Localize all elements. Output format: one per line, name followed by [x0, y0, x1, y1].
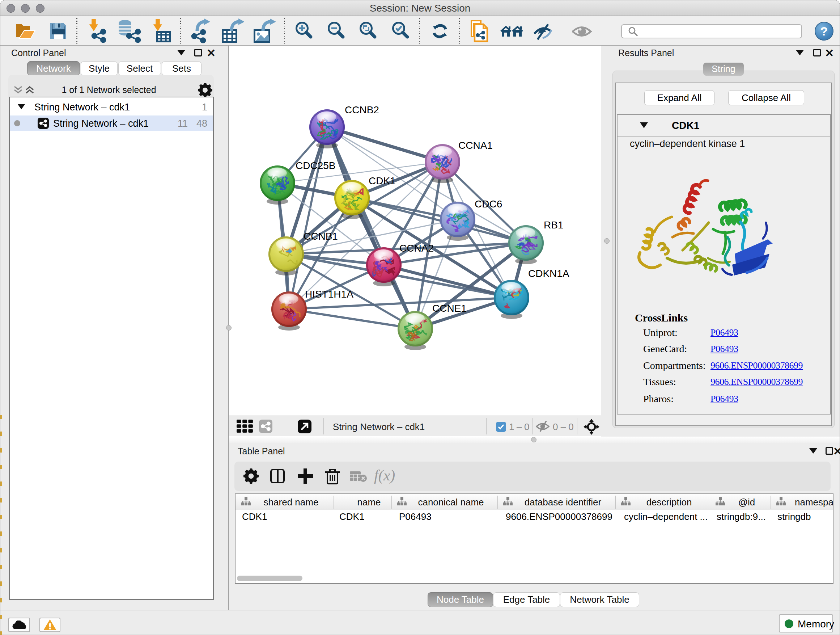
svg-text:CDC25B: CDC25B — [295, 160, 335, 171]
svg-text:CCNA1: CCNA1 — [458, 140, 493, 151]
svg-text:CCNB2: CCNB2 — [345, 104, 379, 116]
svg-text:CCNA2: CCNA2 — [399, 242, 434, 254]
svg-text:HIST1H1A: HIST1H1A — [305, 288, 354, 300]
svg-text:CDK1: CDK1 — [369, 175, 396, 187]
svg-text:CCNB1: CCNB1 — [303, 231, 338, 242]
svg-text:RB1: RB1 — [544, 219, 563, 231]
svg-text:CDC6: CDC6 — [475, 198, 502, 210]
svg-text:CDKN1A: CDKN1A — [528, 268, 569, 279]
svg-text:CCNE1: CCNE1 — [432, 302, 467, 314]
